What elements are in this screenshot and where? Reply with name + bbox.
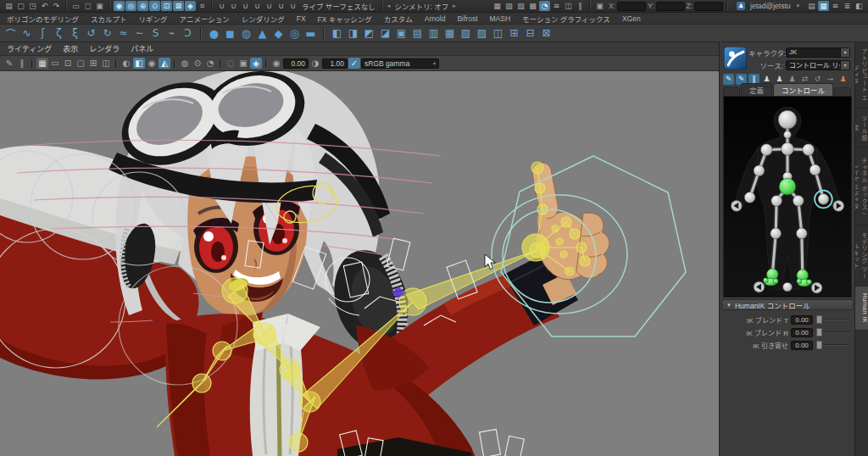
snap-magnet-icon[interactable]: ∪ <box>275 1 287 11</box>
curve-tool-icon[interactable]: ↺ <box>84 26 98 41</box>
field-chart-icon[interactable]: ⊞ <box>87 58 99 69</box>
z-coordinate-input[interactable] <box>694 2 723 11</box>
toolbox-icon[interactable]: ◫ <box>563 1 574 11</box>
gamma-icon[interactable]: ◑ <box>309 58 321 69</box>
shelf-tab-custom[interactable]: カスタム <box>384 14 413 24</box>
character-control-view[interactable] <box>723 96 852 298</box>
sidebar-tab-attribute-editor[interactable]: アトリビュート エディタ <box>855 42 868 108</box>
viewport-3d[interactable] <box>0 71 719 456</box>
source-select[interactable]: コントロール リグ ▾ <box>786 60 850 70</box>
primitive-cone-icon[interactable]: ▲ <box>255 26 270 41</box>
poly-tool-icon[interactable]: ◪ <box>378 26 392 41</box>
y-coordinate-input[interactable] <box>656 2 685 11</box>
snap-magnet-icon[interactable]: ∪ <box>216 1 227 11</box>
ik-blend-r-slider-handle[interactable] <box>816 328 822 336</box>
selection-mask-hierarchy-icon[interactable]: ▭ <box>70 1 81 11</box>
ik-blend-r-slider-groove[interactable] <box>824 331 849 333</box>
wireframe-icon[interactable]: ◐ <box>120 58 132 69</box>
curve-tool-icon[interactable]: ζ <box>52 26 66 41</box>
file-open-icon[interactable]: ▢ <box>15 1 26 11</box>
snap-magnet-icon[interactable]: ∪ <box>228 1 239 11</box>
shelf-tab-fx[interactable]: FX <box>297 14 306 23</box>
snap-projected-center-icon[interactable]: ⊙ <box>149 1 160 11</box>
ao-icon[interactable]: ⊙ <box>192 58 203 69</box>
shelf-tab-fx-caching[interactable]: FX キャッシング <box>318 14 372 24</box>
snap-surface-icon[interactable]: ⊠ <box>173 1 184 11</box>
ik-blend-t-slider-handle[interactable] <box>816 315 822 324</box>
curve-tool-icon[interactable]: ≈ <box>116 26 131 41</box>
shaded-icon[interactable]: ◧ <box>133 58 145 69</box>
menu-show[interactable]: 表示 <box>63 43 78 54</box>
select-camera-icon[interactable]: ✎ <box>3 58 15 69</box>
film-gate-icon[interactable]: ▭ <box>49 58 61 69</box>
curve-tool-icon[interactable]: ⌒ <box>3 26 18 41</box>
snap-magnet-icon[interactable]: ∪ <box>240 1 251 11</box>
motion-blur-icon[interactable]: ◔ <box>204 58 216 69</box>
poly-tool-icon[interactable]: ⊠ <box>539 26 554 41</box>
symmetry-dropdown[interactable]: シンメトリ: オフ <box>392 1 451 11</box>
primitive-torus-icon[interactable]: ◎ <box>287 26 302 41</box>
curve-tool-icon[interactable]: ξ <box>68 26 82 41</box>
menu-panels[interactable]: パネル <box>131 43 153 54</box>
pause-viewport-icon[interactable]: ‖ <box>575 1 586 11</box>
poly-tool-icon[interactable]: ◫ <box>491 26 505 41</box>
shelf-tab-animation[interactable]: アニメーション <box>180 14 230 24</box>
snap-magnet-icon[interactable]: ∪ <box>252 1 263 11</box>
shadows-icon[interactable]: ◍ <box>179 58 191 69</box>
snap-live-icon[interactable]: ◈ <box>185 1 196 11</box>
shelf-tab-bifrost[interactable]: Bifrost <box>457 14 477 23</box>
snap-point-icon[interactable]: ⊕ <box>137 1 148 11</box>
tab-stub-right[interactable] <box>834 87 851 96</box>
workspace-icon-2[interactable]: ▦ <box>818 1 829 11</box>
lock-selection-icon[interactable]: ¤ <box>197 1 208 11</box>
undo-icon[interactable]: ↶ <box>39 1 50 11</box>
curve-tool-icon[interactable]: ∿ <box>19 26 34 41</box>
curve-tool-icon[interactable]: ⌁ <box>164 26 179 41</box>
live-surface-dropdown[interactable]: ライブ サーフェスなし <box>299 1 378 11</box>
shelf-tab-sculpt[interactable]: スカルプト <box>91 14 127 24</box>
workspace-icon-1[interactable]: ▤ <box>806 1 817 11</box>
snap-curve-icon[interactable]: ◎ <box>125 1 136 11</box>
gamma-field[interactable]: 1.00 <box>322 58 348 69</box>
curve-tool-icon[interactable]: ↻ <box>100 26 114 41</box>
menu-renderer[interactable]: レンダラ <box>89 43 120 54</box>
ik-pull-slider-handle[interactable] <box>816 341 822 349</box>
character-select[interactable]: JK ▾ <box>786 47 850 58</box>
hypershade-icon[interactable]: ◔ <box>539 1 550 11</box>
input-field-mode-icon[interactable]: ▣ <box>594 1 605 11</box>
selection-mask-component-icon[interactable]: ▣ <box>94 1 105 11</box>
shelf-tab-mash[interactable]: MASH <box>490 14 511 23</box>
x-coordinate-input[interactable] <box>617 2 646 11</box>
symmetry-prev-arrow[interactable]: ◂ <box>387 3 392 9</box>
curve-tool-icon[interactable]: ʃ <box>36 26 50 41</box>
shelf-tab-rendering[interactable]: レンダリング <box>242 14 285 24</box>
shelf-tab-rigging[interactable]: リギング <box>139 14 168 24</box>
snap-magnet-icon[interactable]: ∪ <box>264 1 275 11</box>
symmetry-next-arrow[interactable]: ▸ <box>452 3 457 9</box>
sidebar-tab-channel-box[interactable]: チャネル ボックス / レイヤ エディタ <box>855 147 868 225</box>
account-menu[interactable]: ♟ jetad@jetstu ▾ <box>737 2 800 10</box>
file-new-icon[interactable]: ▤ <box>3 1 14 11</box>
curve-tool-icon[interactable]: S <box>148 26 163 41</box>
poly-tool-icon[interactable]: ▤ <box>410 26 425 41</box>
workspace-icon-5[interactable]: ◧ <box>854 1 865 11</box>
use-all-lights-icon[interactable]: ◭ <box>159 58 170 69</box>
textured-icon[interactable]: ◉ <box>146 58 158 69</box>
shelf-tab-arnold[interactable]: Arnold <box>425 14 446 23</box>
poly-tool-icon[interactable]: ◧ <box>330 26 344 41</box>
primitive-cube-icon[interactable]: ◼ <box>223 26 237 41</box>
safe-action-icon[interactable]: ◫ <box>100 58 112 69</box>
ik-blend-t-slider-groove[interactable] <box>824 319 849 320</box>
primitive-disc-icon[interactable]: ▬ <box>303 26 318 41</box>
workspace-icon-3[interactable]: ≡ <box>830 1 841 11</box>
poly-tool-icon[interactable]: ▥ <box>426 26 441 41</box>
shelf-tab-xgen[interactable]: XGen <box>622 14 641 23</box>
tab-definition[interactable]: 定義 <box>741 83 772 96</box>
selection-mask-object-icon[interactable]: ◻ <box>82 1 93 11</box>
lock-camera-icon[interactable]: ∥ <box>16 58 28 69</box>
tab-stub-left[interactable] <box>723 87 740 96</box>
redo-icon[interactable]: ↷ <box>51 1 62 11</box>
tab-controls[interactable]: コントロール <box>773 83 833 96</box>
ik-blend-t-field[interactable]: 0.00 <box>791 315 813 325</box>
primitive-sphere-icon[interactable]: ● <box>207 26 221 41</box>
